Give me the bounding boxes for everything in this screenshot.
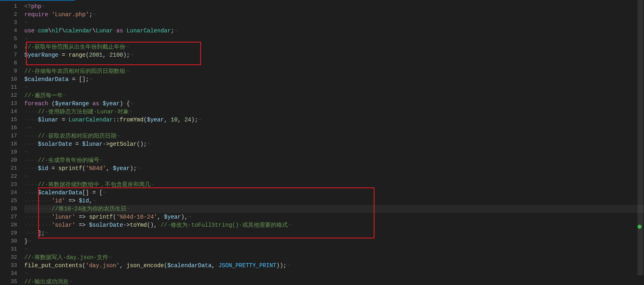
code-token: · [72, 141, 75, 147]
line-number: 12 [0, 91, 17, 100]
code-token: $calendarData [38, 189, 82, 196]
code-line[interactable]: ¬ [24, 148, 644, 156]
code-line[interactable]: //·输出成功消息¬ [24, 278, 644, 285]
code-line[interactable]: ¬ [24, 59, 644, 67]
code-token: ( [113, 214, 116, 220]
line-number: 19 [0, 148, 17, 156]
code-line[interactable]: file_put_contents('day.json',·json_encod… [24, 262, 644, 270]
code-line[interactable]: //·将数据写入·day.json·文件¬ [24, 253, 644, 262]
code-token: 10 [171, 117, 178, 123]
code-token: ¬ [288, 222, 291, 228]
code-line[interactable]: ¬ [24, 19, 644, 27]
code-token: ¬ [150, 181, 154, 188]
code-line[interactable]: //·存储每年农历相对应的阳历日期数组¬ [24, 67, 644, 75]
code-token: ¬ [68, 279, 72, 285]
code-line[interactable]: ····//·获取农历相对应的阳历日期¬ [24, 132, 644, 140]
code-token: ···· [24, 133, 38, 139]
code-line[interactable]: ····//·将数据存储到数组中，不包含星座和周几¬ [24, 181, 644, 189]
status-indicator-dot [638, 225, 642, 229]
code-token: toYmd [130, 222, 147, 228]
code-token: · [123, 262, 126, 269]
code-token: sprintf [89, 214, 113, 220]
code-token: · [65, 198, 68, 204]
code-token: ; [89, 11, 92, 18]
code-token: => [79, 214, 86, 220]
code-token: $yearRange [24, 52, 58, 58]
vertical-scrollbar[interactable] [638, 0, 643, 285]
code-token: ¬ [24, 246, 28, 253]
code-token: $calendarData [24, 76, 68, 83]
code-editor[interactable]: 1234567891011121314151617181920212223242… [0, 1, 644, 285]
code-line[interactable]: use·com\nlf\calendar\Lunar·as·LunarCalen… [24, 27, 644, 35]
code-line[interactable]: ········'solar'·=>·$solarDate->toYmd(),·… [24, 221, 644, 229]
code-token: ¬ [147, 141, 150, 147]
code-token: · [34, 28, 38, 34]
code-line[interactable]: //·遍历每一年¬ [24, 91, 644, 100]
line-number: 24 [0, 189, 17, 197]
code-token: ¬ [125, 68, 128, 74]
code-token: ···· [24, 189, 38, 196]
code-token: ; [171, 28, 174, 34]
code-token: , [157, 214, 160, 220]
code-token: ¬ [174, 28, 178, 34]
code-line[interactable]: ····//·使用静态方法创建·Lunar·对象¬ [24, 108, 644, 116]
code-token: $year [147, 117, 164, 123]
code-line[interactable]: ¬ [24, 172, 644, 181]
code-line[interactable]: ····//·生成带有年份的编号¬ [24, 156, 644, 164]
code-area[interactable]: <?php¬require·'Lunar.php';¬¬use·com\nlf\… [24, 1, 644, 285]
code-token: require [24, 11, 48, 18]
code-line[interactable]: ········'lunar'·=>·sprintf('%04d-10-24',… [24, 213, 644, 221]
code-token: [] [79, 76, 86, 83]
code-token: $solarDate [38, 141, 72, 147]
code-line[interactable]: }¬ [24, 237, 644, 245]
code-token: $solarDate [89, 222, 123, 228]
code-token: getSolar [109, 141, 137, 147]
code-token: · [48, 100, 51, 107]
code-token: //·生成带有年份的编号 [38, 157, 99, 164]
code-line[interactable]: ¬ [24, 270, 644, 278]
code-token: ( [86, 52, 89, 58]
code-line[interactable]: ········'id'·=>·$id,¬ [24, 197, 644, 205]
code-line[interactable]: $calendarData·=·[];¬ [24, 75, 644, 83]
line-number: 33 [0, 262, 17, 270]
code-token: \ [92, 28, 96, 34]
code-token: $lunar [38, 117, 58, 123]
code-line[interactable]: ····$lunar·=·LunarCalendar::fromYmd($yea… [24, 116, 644, 124]
code-line[interactable]: require·'Lunar.php';¬ [24, 11, 644, 19]
code-token: = [62, 117, 65, 123]
code-token: //·输出成功消息 [24, 279, 68, 285]
code-token: · [48, 11, 51, 18]
code-line[interactable]: ····$solarDate·=·$lunar->getSolar();¬ [24, 140, 644, 148]
code-token: · [109, 165, 113, 172]
code-token: ; [283, 262, 287, 269]
code-line[interactable]: ····$id·=·sprintf('%04d',·$year);¬ [24, 164, 644, 172]
code-token: ¬ [103, 189, 106, 196]
code-token: { [126, 100, 130, 107]
code-line[interactable]: ········//将10-24改为你的农历生日¬ [24, 205, 644, 213]
code-token: 'Lunar.php' [51, 11, 89, 18]
code-token: () [147, 222, 154, 228]
code-line[interactable]: $yearRange·=·range(2001,·2100);¬ [24, 51, 644, 59]
line-number: 27 [0, 213, 17, 221]
code-line[interactable]: ¬ [24, 245, 644, 253]
code-line[interactable]: ····];¬ [24, 229, 644, 237]
code-line[interactable]: ¬ [24, 35, 644, 43]
code-line[interactable]: //·获取年份范围从出生年份到截止年份¬ [24, 43, 644, 51]
code-line[interactable]: ¬ [24, 83, 644, 91]
code-line[interactable]: foreach·($yearRange·as·$year)·{¬ [24, 100, 644, 108]
scroll-thumb[interactable] [638, 0, 643, 275]
code-token: [] [82, 189, 89, 196]
code-line[interactable]: ·¬ [24, 124, 644, 132]
code-token: · [48, 165, 51, 172]
code-token: $calendarData [167, 262, 212, 269]
code-token: · [55, 165, 58, 172]
code-token: sprintf [58, 165, 82, 172]
code-line[interactable]: <?php¬ [24, 2, 644, 11]
code-token: () [137, 141, 143, 147]
code-token: ¬ [129, 108, 132, 115]
code-token: ) [191, 117, 195, 123]
code-token: JSON_PRETTY_PRINT [218, 262, 276, 269]
code-line[interactable]: ····$calendarData[]·=·[¬ [24, 189, 644, 197]
code-token: //将10-24改为你的农历生日 [51, 206, 126, 212]
code-token: ¬ [24, 173, 28, 180]
